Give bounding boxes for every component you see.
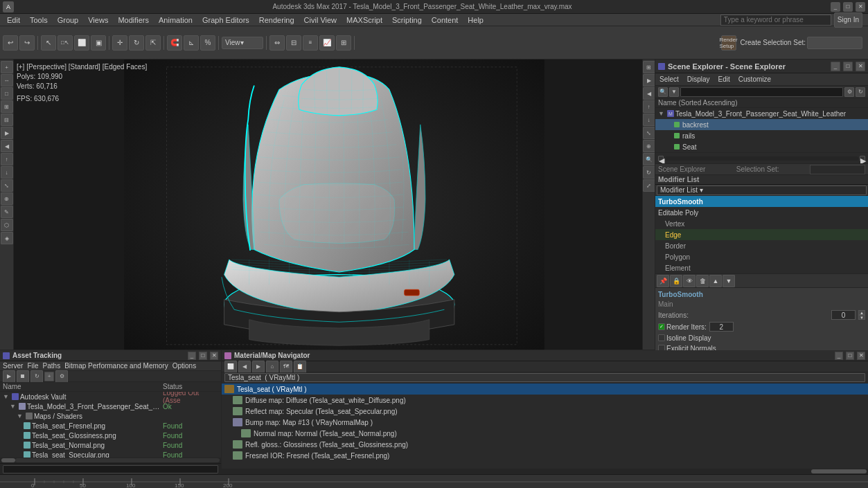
menu-civil-view[interactable]: Civil View (300, 14, 341, 26)
at-menu-file[interactable]: File (27, 362, 38, 370)
mod-move-up-btn[interactable]: ▲ (709, 275, 722, 287)
vp-tb-2[interactable]: ▶ (643, 74, 655, 87)
at-tb-3[interactable]: ↻ (30, 370, 43, 383)
menu-group[interactable]: Group (53, 14, 83, 26)
lt-btn-6[interactable]: ▶ (1, 127, 13, 139)
at-menu-bitmap[interactable]: Bitmap Performance and Memory (64, 362, 168, 370)
mat-tb-2[interactable]: ◀ (238, 361, 251, 373)
mod-delete-btn[interactable]: 🗑 (696, 275, 709, 287)
se-menu-select[interactable]: Select (658, 75, 680, 83)
mirror-button[interactable]: ⇔ (269, 35, 285, 51)
menu-graph-editors[interactable]: Graph Editors (198, 14, 254, 26)
snap-toggle-button[interactable]: 🧲 (167, 35, 182, 51)
se-item-tesla-model[interactable]: ▼ M Tesla_Model_3_Front_Passenger_Seat_W… (655, 108, 868, 119)
vp-tb-1[interactable]: ⊞ (643, 61, 655, 73)
mat-row-bump[interactable]: Bump map: Map #13 ( VRayNormalMap ) (222, 417, 868, 428)
lt-btn-4[interactable]: ⊞ (1, 100, 13, 113)
menu-content[interactable]: Content (427, 14, 463, 26)
se-sort-header[interactable]: Name (Sorted Ascending) (655, 98, 868, 108)
lt-btn-1[interactable]: + (1, 61, 13, 73)
vp-tb-10[interactable]: ⤢ (643, 179, 655, 192)
selection-set-dropdown[interactable] (807, 37, 862, 49)
se-filter-btn[interactable]: ▼ (669, 87, 679, 97)
undo-button[interactable]: ↩ (3, 35, 18, 51)
at-menu-paths[interactable]: Paths (43, 362, 61, 370)
menu-tools[interactable]: Tools (26, 14, 52, 26)
lt-btn-14[interactable]: ◈ (1, 232, 13, 244)
mat-minimize-btn[interactable]: _ (835, 352, 843, 360)
se-menu-customize[interactable]: Customize (737, 75, 772, 83)
se-item-rails[interactable]: ▶ rails (655, 130, 868, 141)
mod-editable-poly-item[interactable]: Editable Poly (655, 207, 868, 218)
lt-btn-13[interactable]: ⬡ (1, 219, 13, 231)
se-scroll-right[interactable]: ▶ (860, 156, 865, 161)
mat-row-normal[interactable]: Normal map: Normal (Tesla_seat_Normal.pn… (222, 428, 868, 439)
align-button[interactable]: ⊟ (286, 35, 301, 51)
lt-btn-3[interactable]: □ (1, 87, 13, 100)
search-input[interactable] (720, 15, 831, 26)
se-settings-btn[interactable]: ⚙ (844, 87, 854, 97)
vp-tb-8[interactable]: 🔍 (643, 153, 655, 165)
percent-snap-button[interactable]: % (200, 35, 215, 51)
mod-vertex-item[interactable]: Vertex (655, 218, 868, 229)
at-tb-2[interactable]: ⏹ (17, 370, 29, 383)
rect-select-button[interactable]: ⬜ (74, 35, 89, 51)
ts-iterations-input[interactable] (831, 310, 856, 320)
mat-tb-6[interactable]: 📋 (294, 361, 306, 373)
at-row-glossiness[interactable]: Tesla_seat_Glossiness.png Found (0, 431, 221, 440)
layer-manager-button[interactable]: ≡ (303, 35, 318, 51)
at-minimize-btn[interactable]: _ (188, 352, 196, 360)
mat-close-btn[interactable]: ✕ (857, 352, 865, 360)
lt-btn-7[interactable]: ◀ (1, 140, 13, 152)
schematic-view-button[interactable]: ⊞ (336, 35, 351, 51)
at-close-btn[interactable]: ✕ (210, 352, 218, 360)
menu-views[interactable]: Views (84, 14, 112, 26)
se-menu-edit[interactable]: Edit (717, 75, 732, 83)
viewport[interactable]: [+] [Perspective] [Standard] [Edged Face… (14, 60, 655, 350)
render-setup-button[interactable]: Render Setup (721, 35, 736, 51)
lt-btn-9[interactable]: ↓ (1, 166, 13, 179)
mod-lock-btn[interactable]: 🔒 (670, 275, 682, 287)
se-refresh-btn[interactable]: ↻ (856, 87, 865, 97)
at-input-field[interactable] (3, 465, 218, 473)
menu-animation[interactable]: Animation (154, 14, 197, 26)
mod-show-hide-btn[interactable]: 👁 (683, 275, 696, 287)
vp-tb-5[interactable]: ↓ (643, 114, 655, 126)
redo-button[interactable]: ↪ (19, 35, 35, 51)
menu-modifiers[interactable]: Modifiers (114, 14, 153, 26)
at-menu-server[interactable]: Server (3, 362, 23, 370)
mod-pin-btn[interactable]: 📌 (657, 275, 669, 287)
at-row-specular[interactable]: Tesla_seat_Specular.png Found (0, 450, 221, 458)
mod-element-item[interactable]: Element (655, 262, 868, 273)
ts-render-checkbox[interactable]: ✓ (658, 323, 665, 330)
reference-coord-dropdown[interactable]: View▾ (222, 37, 263, 49)
maximize-button[interactable]: □ (843, 2, 853, 12)
scale-button[interactable]: ⇱ (145, 35, 161, 51)
at-row-maps[interactable]: ▼ Maps / Shaders (0, 411, 221, 421)
mod-turbosmoooth-item[interactable]: TurboSmooth (655, 196, 868, 207)
modifier-dropdown[interactable]: Modifier List ▾ (657, 186, 867, 195)
lt-btn-12[interactable]: ✎ (1, 206, 13, 218)
at-tb-5[interactable]: ⚙ (55, 370, 68, 383)
menu-scripting[interactable]: Scripting (388, 14, 426, 26)
vp-tb-3[interactable]: ◀ (643, 87, 655, 100)
mat-tb-5[interactable]: 🗺 (280, 361, 292, 373)
mat-scrollbar-thumb[interactable] (811, 469, 867, 473)
vp-tb-6[interactable]: ⤡ (643, 127, 655, 139)
lt-btn-8[interactable]: ↑ (1, 153, 13, 165)
se-item-backrest[interactable]: ▶ backrest (655, 119, 868, 130)
mat-tb-3[interactable]: ▶ (252, 361, 265, 373)
at-row-normal[interactable]: Tesla_seat_Normal.png Found (0, 440, 221, 450)
vp-tb-7[interactable]: ⊕ (643, 140, 655, 152)
se-item-seat[interactable]: ▶ Seat (655, 141, 868, 152)
se-menu-display[interactable]: Display (686, 75, 711, 83)
at-maximize-btn[interactable]: □ (199, 352, 207, 360)
se-search-btn[interactable]: 🔍 (658, 87, 668, 97)
menu-help[interactable]: Help (463, 14, 488, 26)
mat-tb-1[interactable]: ⬜ (224, 361, 237, 373)
mat-row-diffuse[interactable]: Diffuse map: Diffuse (Tesla_seat_white_D… (222, 395, 868, 406)
mat-row-gloss[interactable]: Refl. gloss.: Glossiness (Tesla_seat_Glo… (222, 439, 868, 450)
at-row-vault[interactable]: ▼ Autodesk Vault Logged Out (Asse (0, 392, 221, 401)
ts-render-iters-input[interactable] (709, 322, 734, 332)
vp-tb-9[interactable]: ↻ (643, 166, 655, 179)
